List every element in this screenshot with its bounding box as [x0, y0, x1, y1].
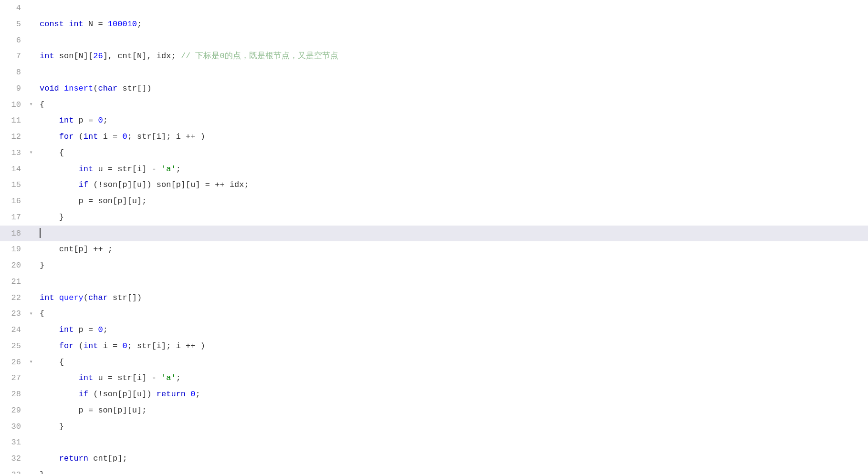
code-line-23[interactable]: 23▾{	[0, 306, 868, 322]
code-editor: 45const int N = 100010;67int son[N][26],…	[0, 0, 868, 474]
fold-indicator[interactable]: ▾	[26, 145, 36, 161]
code-line-12[interactable]: 12 for (int i = 0; str[i]; i ++ )	[0, 129, 868, 145]
code-line-20[interactable]: 20}	[0, 258, 868, 274]
line-number: 15	[0, 177, 26, 193]
fold-indicator[interactable]	[26, 402, 36, 419]
line-number: 10	[0, 97, 26, 113]
line-content: if (!son[p][u]) son[p][u] = ++ idx;	[36, 177, 868, 193]
fold-indicator[interactable]	[26, 226, 36, 242]
fold-indicator[interactable]	[26, 113, 36, 129]
fold-indicator[interactable]	[26, 386, 36, 402]
code-line-25[interactable]: 25 for (int i = 0; str[i]; i ++ )	[0, 338, 868, 354]
line-number: 22	[0, 290, 26, 306]
line-number: 26	[0, 354, 26, 371]
code-line-30[interactable]: 30 }	[0, 419, 868, 435]
code-line-8[interactable]: 8	[0, 64, 868, 81]
fold-indicator[interactable]	[26, 129, 36, 145]
line-number: 25	[0, 338, 26, 354]
fold-indicator[interactable]	[26, 193, 36, 209]
fold-indicator[interactable]	[26, 32, 36, 49]
fold-indicator[interactable]	[26, 209, 36, 226]
line-number: 18	[0, 226, 26, 242]
fold-indicator[interactable]	[26, 434, 36, 451]
line-content: {	[36, 354, 868, 371]
fold-indicator[interactable]	[26, 16, 36, 32]
fold-indicator[interactable]	[26, 258, 36, 274]
line-content: const int N = 100010;	[36, 16, 868, 32]
line-content: p = son[p][u];	[36, 402, 868, 419]
code-line-14[interactable]: 14 int u = str[i] - 'a';	[0, 161, 868, 177]
line-content: void insert(char str[])	[36, 81, 868, 97]
fold-indicator[interactable]	[26, 0, 36, 16]
fold-indicator[interactable]	[26, 338, 36, 354]
code-line-26[interactable]: 26▾ {	[0, 354, 868, 371]
line-number: 24	[0, 322, 26, 338]
line-content: for (int i = 0; str[i]; i ++ )	[36, 129, 868, 145]
line-content	[36, 32, 868, 49]
code-line-31[interactable]: 31	[0, 434, 868, 451]
code-line-32[interactable]: 32 return cnt[p];	[0, 451, 868, 467]
text-cursor	[40, 228, 41, 237]
fold-indicator[interactable]: ▾	[26, 306, 36, 322]
line-content: }	[36, 419, 868, 435]
line-number: 13	[0, 145, 26, 161]
code-line-17[interactable]: 17 }	[0, 209, 868, 226]
fold-indicator[interactable]	[26, 370, 36, 386]
code-line-19[interactable]: 19 cnt[p] ++ ;	[0, 241, 868, 258]
code-line-33[interactable]: 33}	[0, 467, 868, 474]
code-line-10[interactable]: 10▾{	[0, 97, 868, 113]
line-number: 21	[0, 274, 26, 290]
code-line-18[interactable]: 18	[0, 226, 868, 242]
code-line-11[interactable]: 11 int p = 0;	[0, 113, 868, 129]
fold-indicator[interactable]: ▾	[26, 354, 36, 371]
fold-indicator[interactable]	[26, 48, 36, 64]
code-line-9[interactable]: 9void insert(char str[])	[0, 81, 868, 97]
line-number: 12	[0, 129, 26, 145]
line-content: int son[N][26], cnt[N], idx; // 下标是0的点，既…	[36, 48, 868, 64]
code-line-4[interactable]: 4	[0, 0, 868, 16]
line-number: 20	[0, 258, 26, 274]
line-number: 6	[0, 32, 26, 49]
fold-indicator[interactable]	[26, 64, 36, 81]
line-content: int query(char str[])	[36, 290, 868, 306]
code-line-27[interactable]: 27 int u = str[i] - 'a';	[0, 370, 868, 386]
line-content: {	[36, 306, 868, 322]
code-line-7[interactable]: 7int son[N][26], cnt[N], idx; // 下标是0的点，…	[0, 48, 868, 64]
line-number: 31	[0, 434, 26, 451]
line-content: int p = 0;	[36, 322, 868, 338]
line-content: int p = 0;	[36, 113, 868, 129]
fold-indicator[interactable]	[26, 467, 36, 474]
line-content	[36, 226, 868, 242]
fold-indicator[interactable]	[26, 322, 36, 338]
fold-indicator[interactable]	[26, 419, 36, 435]
fold-indicator[interactable]	[26, 274, 36, 290]
code-line-15[interactable]: 15 if (!son[p][u]) son[p][u] = ++ idx;	[0, 177, 868, 193]
fold-indicator[interactable]	[26, 81, 36, 97]
line-number: 19	[0, 241, 26, 258]
line-content	[36, 274, 868, 290]
code-line-13[interactable]: 13▾ {	[0, 145, 868, 161]
fold-indicator[interactable]	[26, 161, 36, 177]
line-number: 11	[0, 113, 26, 129]
line-number: 4	[0, 0, 26, 16]
code-line-28[interactable]: 28 if (!son[p][u]) return 0;	[0, 386, 868, 402]
code-line-21[interactable]: 21	[0, 274, 868, 290]
code-line-29[interactable]: 29 p = son[p][u];	[0, 402, 868, 419]
line-content: {	[36, 97, 868, 113]
code-line-22[interactable]: 22int query(char str[])	[0, 290, 868, 306]
fold-indicator[interactable]	[26, 177, 36, 193]
line-content	[36, 434, 868, 451]
fold-indicator[interactable]	[26, 241, 36, 258]
line-number: 16	[0, 193, 26, 209]
code-line-16[interactable]: 16 p = son[p][u];	[0, 193, 868, 209]
code-line-24[interactable]: 24 int p = 0;	[0, 322, 868, 338]
fold-indicator[interactable]	[26, 451, 36, 467]
fold-indicator[interactable]	[26, 290, 36, 306]
line-number: 8	[0, 64, 26, 81]
code-line-6[interactable]: 6	[0, 32, 868, 49]
fold-indicator[interactable]: ▾	[26, 97, 36, 113]
line-content: }	[36, 467, 868, 474]
code-line-5[interactable]: 5const int N = 100010;	[0, 16, 868, 32]
line-number: 33	[0, 467, 26, 474]
line-content: int u = str[i] - 'a';	[36, 161, 868, 177]
